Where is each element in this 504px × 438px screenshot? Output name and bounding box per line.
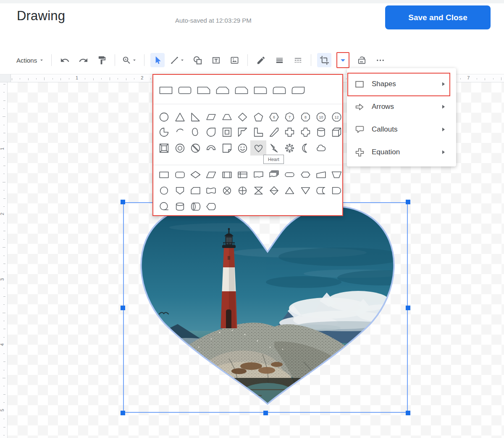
redo-button[interactable] <box>76 53 90 67</box>
shape-option-octagon-8[interactable]: 8 <box>298 109 313 124</box>
shape-option-fc-extract[interactable] <box>282 183 297 198</box>
shape-option-decagon-10[interactable]: 10 <box>313 109 329 124</box>
shape-option-cross-notched[interactable] <box>298 124 313 140</box>
shape-option-folded-corner[interactable] <box>219 140 235 156</box>
line-weight-button[interactable] <box>272 53 286 67</box>
undo-button[interactable] <box>58 53 72 67</box>
shape-option-fc-preparation[interactable] <box>298 167 313 182</box>
paint-format-button[interactable] <box>94 53 109 67</box>
menu-item-shapes[interactable]: Shapes <box>347 73 456 95</box>
line-button[interactable] <box>169 53 186 67</box>
shape-option-fc-terminator[interactable] <box>282 167 297 182</box>
shape-option-heptagon-7[interactable]: 7 <box>282 109 297 124</box>
more-options-button[interactable] <box>373 53 387 67</box>
shape-option-donut[interactable] <box>172 140 187 156</box>
shape-option-snip-round-diagonal[interactable] <box>232 82 251 98</box>
resize-handle-bottom-middle[interactable] <box>263 411 268 415</box>
shape-option-no-symbol[interactable] <box>188 140 203 156</box>
resize-handle-bottom-left[interactable] <box>121 411 125 415</box>
resize-handle-top-right[interactable] <box>406 200 410 204</box>
shape-option-can[interactable] <box>313 124 329 140</box>
heart-cropped-image[interactable] <box>123 202 408 413</box>
mask-image-dropdown[interactable] <box>336 52 349 68</box>
shape-option-cross[interactable] <box>282 124 297 140</box>
shape-option-smiley[interactable] <box>235 140 250 156</box>
shape-option-fc-manual-operation[interactable] <box>329 167 344 182</box>
shape-option-fc-data[interactable] <box>203 167 219 182</box>
shape-option-fc-alternate-process[interactable] <box>172 167 187 182</box>
shape-option-fc-internal-storage[interactable] <box>235 167 250 182</box>
shape-option-fc-direct-access[interactable] <box>188 199 203 214</box>
border-color-button[interactable] <box>254 53 268 67</box>
resize-handle-middle-left[interactable] <box>121 306 125 310</box>
shape-option-fc-sequential-access[interactable] <box>156 199 172 214</box>
shape-option-snip-single-corner[interactable] <box>194 82 213 98</box>
shape-option-fc-magnetic-disk[interactable] <box>172 199 187 214</box>
shape-option-diamond[interactable] <box>235 109 250 124</box>
shape-option-fc-card[interactable] <box>188 183 203 198</box>
shape-option-cube[interactable] <box>329 124 344 140</box>
actions-menu-button[interactable]: Actions <box>15 53 45 67</box>
shape-option-trapezoid[interactable] <box>219 109 235 124</box>
shape-option-rectangle[interactable] <box>156 82 175 98</box>
zoom-button[interactable] <box>121 53 138 67</box>
shape-option-fc-process[interactable] <box>156 167 172 182</box>
shape-option-l-shape[interactable] <box>250 124 266 140</box>
menu-item-arrows[interactable]: Arrows <box>347 95 456 118</box>
shape-option-round-diagonal-corners[interactable] <box>289 82 307 98</box>
insert-image-button[interactable] <box>227 53 242 67</box>
line-dash-button[interactable] <box>291 53 305 67</box>
shape-option-fc-merge[interactable] <box>298 183 313 198</box>
save-and-close-button[interactable]: Save and Close <box>385 5 491 29</box>
shape-option-block-arc[interactable] <box>203 140 219 156</box>
shape-option-fc-or[interactable] <box>235 183 250 198</box>
shape-option-right-triangle[interactable] <box>188 109 203 124</box>
shape-option-fc-decision[interactable] <box>188 167 203 182</box>
menu-item-callouts[interactable]: Callouts <box>347 118 456 141</box>
resize-handle-top-left[interactable] <box>121 200 125 204</box>
shape-option-arc[interactable] <box>172 124 187 140</box>
crop-button[interactable] <box>317 53 331 67</box>
text-box-button[interactable] <box>209 53 223 67</box>
shape-option-snip-same-side-corners[interactable] <box>213 82 232 98</box>
shape-option-triangle[interactable] <box>172 109 187 124</box>
shape-option-half-frame[interactable] <box>235 124 250 140</box>
shape-option-fc-sort[interactable] <box>266 183 282 198</box>
shape-option-moon[interactable] <box>298 140 313 156</box>
shape-option-pentagon[interactable] <box>250 109 266 124</box>
shape-option-fc-predefined-process[interactable] <box>219 167 235 182</box>
shape-button[interactable] <box>190 53 205 67</box>
select-button[interactable] <box>150 53 165 67</box>
shape-option-fc-offpage-connector[interactable] <box>172 183 187 198</box>
shape-option-heavy-frame[interactable] <box>156 140 172 156</box>
shape-option-fc-delay[interactable] <box>329 183 344 198</box>
shape-option-parallelogram[interactable] <box>203 109 219 124</box>
shape-option-round-single-corner[interactable] <box>251 82 270 98</box>
shape-option-fc-punched-tape[interactable] <box>203 183 219 198</box>
shape-option-round-same-side-corners[interactable] <box>270 82 289 98</box>
shape-option-hexagon-6[interactable]: 6 <box>266 109 282 124</box>
shape-option-fc-multidocument[interactable] <box>266 167 282 182</box>
shape-option-fc-connector[interactable] <box>156 183 172 198</box>
shape-option-rounded-rectangle[interactable] <box>175 82 194 98</box>
shape-option-heart[interactable] <box>250 140 266 156</box>
shape-option-frame[interactable] <box>219 124 235 140</box>
shape-option-dodecagon-12[interactable]: 12 <box>329 109 344 124</box>
shape-option-pie[interactable] <box>156 124 172 140</box>
shape-option-fc-manual-input[interactable] <box>313 167 329 182</box>
shape-option-diagonal-stripe[interactable] <box>266 124 282 140</box>
shape-option-teardrop[interactable] <box>203 124 219 140</box>
shape-option-sun[interactable] <box>282 140 297 156</box>
shape-option-fc-stored-data[interactable] <box>313 183 329 198</box>
replace-image-button[interactable] <box>354 53 369 67</box>
shape-option-ellipse[interactable] <box>156 109 172 124</box>
shape-option-fc-collate[interactable] <box>250 183 266 198</box>
menu-item-equation[interactable]: Equation <box>347 141 456 164</box>
resize-handle-middle-right[interactable] <box>406 306 410 310</box>
shape-option-fc-summing-junction[interactable] <box>219 183 235 198</box>
shape-option-lightning-bolt[interactable] <box>266 140 282 156</box>
shape-option-fc-document[interactable] <box>250 167 266 182</box>
shape-option-fc-display[interactable] <box>203 199 219 214</box>
resize-handle-bottom-right[interactable] <box>406 411 410 415</box>
shape-option-blob[interactable] <box>188 124 203 140</box>
